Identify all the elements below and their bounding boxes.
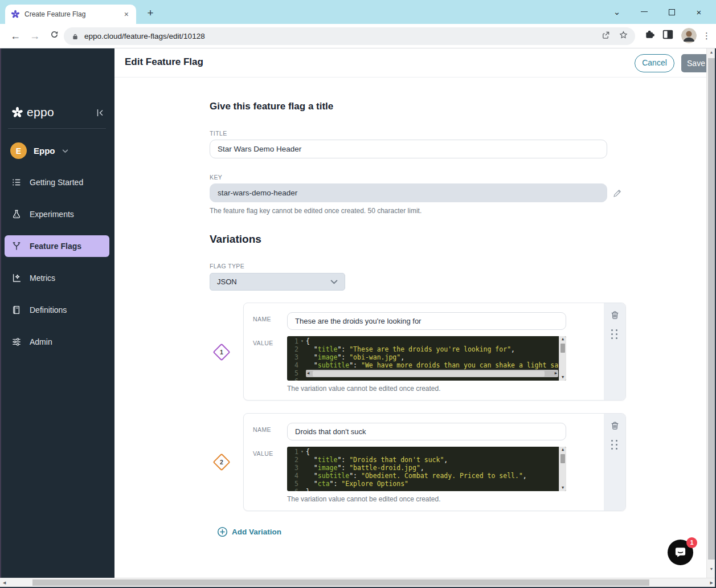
delete-variation-button[interactable] <box>609 310 620 322</box>
window-close-button[interactable]: × <box>692 7 706 17</box>
tab-close-icon[interactable]: × <box>122 10 130 19</box>
eppo-wordmark: eppo <box>27 105 54 119</box>
sidebar-item-feature-flags[interactable]: Feature Flags <box>5 235 109 257</box>
side-panel-button[interactable] <box>662 30 673 42</box>
scrollbar-thumb[interactable] <box>560 454 565 463</box>
browser-tab[interactable]: Create Feature Flag × <box>5 5 136 24</box>
sidebar-item-label: Definitions <box>30 305 67 315</box>
cancel-button[interactable]: Cancel <box>635 54 674 72</box>
trash-icon <box>609 420 620 431</box>
workspace-name: Eppo <box>34 146 55 156</box>
pencil-icon <box>612 188 623 198</box>
key-help-text: The feature flag key cannot be edited on… <box>210 207 422 215</box>
sidebar-item-label: Admin <box>30 337 52 346</box>
flag-type-label: FLAG TYPE <box>210 263 244 270</box>
tab-search-chevron-icon[interactable]: ⌄ <box>610 7 624 17</box>
back-button[interactable]: ← <box>8 28 23 43</box>
profile-avatar[interactable] <box>681 28 697 43</box>
workspace-avatar: E <box>10 142 27 159</box>
tab-title: Create Feature Flag <box>24 10 118 18</box>
sidebar-item-label: Feature Flags <box>30 242 81 251</box>
variation-card-2: NAME VALUE 1▾{2 "title": "Droids that do… <box>243 413 626 511</box>
code-line: 4 "subtitle": "We have more droids than … <box>287 361 566 369</box>
value-label: VALUE <box>253 450 273 457</box>
sidebar-item-label: Experiments <box>30 210 74 219</box>
code-line: 1▾{ <box>287 337 566 345</box>
eppo-flower-icon <box>11 107 23 119</box>
window-border <box>0 48 1 578</box>
eppo-favicon-icon <box>11 10 20 19</box>
new-tab-button[interactable]: + <box>144 6 157 20</box>
scrollbar-thumb[interactable] <box>560 344 565 353</box>
code-line: 6 <box>287 377 566 381</box>
share-icon <box>601 30 611 40</box>
share-button[interactable] <box>601 30 611 42</box>
title-input[interactable] <box>210 140 607 158</box>
variation-card-side-strip <box>604 303 625 400</box>
variation-2-name-input[interactable] <box>287 423 566 440</box>
chat-unread-badge: 1 <box>686 537 697 548</box>
url-text: eppo.cloud/feature-flags/edit/10128 <box>84 32 593 40</box>
chevron-down-icon <box>62 149 68 153</box>
star-icon <box>619 30 628 40</box>
page-horizontal-scrollbar[interactable]: ◀ ▶ <box>0 578 716 587</box>
checklist-icon <box>11 177 22 187</box>
scroll-left-arrow[interactable]: ◀ <box>3 581 6 585</box>
value-help-text: The variation value cannot be edited onc… <box>287 495 441 503</box>
browser-menu-button[interactable]: ⋮ <box>702 28 710 43</box>
add-variation-button[interactable]: Add Variation <box>217 526 281 537</box>
drag-handle[interactable] <box>611 440 617 450</box>
editor-vertical-scrollbar[interactable]: ▲▼ <box>559 447 566 491</box>
code-line: 1▾{ <box>287 448 566 456</box>
browser-titlebar: Create Feature Flag × + ⌄ × <box>0 0 716 24</box>
key-input <box>210 183 607 202</box>
scroll-right-arrow[interactable]: ▶ <box>710 581 713 585</box>
plus-circle-icon <box>217 526 228 537</box>
sidebar-item-label: Getting Started <box>30 178 83 187</box>
branch-split-icon <box>11 241 22 251</box>
eppo-logo[interactable]: eppo <box>11 105 54 119</box>
scrollbar-thumb[interactable] <box>32 579 649 586</box>
reload-button[interactable] <box>47 28 62 43</box>
variation-2-code-editor[interactable]: 1▾{2 "title": "Droids that don't suck",3… <box>287 447 566 491</box>
flask-icon <box>11 209 22 219</box>
app-sidebar: eppo E Eppo Getting Started <box>0 48 114 578</box>
bookmark-button[interactable] <box>619 30 628 42</box>
section-title: Give this feature flag a title <box>210 101 333 112</box>
code-line: 2 "title": "Droids that don't suck", <box>287 456 566 464</box>
editor-vertical-scrollbar[interactable]: ▲▼ <box>559 336 566 381</box>
sidebar-item-definitions[interactable]: Definitions <box>5 299 109 321</box>
sidebar-collapse-button[interactable] <box>95 107 106 121</box>
sidebar-item-admin[interactable]: Admin <box>5 331 109 353</box>
editor-horizontal-scrollbar[interactable]: ◀▶ <box>306 370 558 377</box>
drag-handle[interactable] <box>611 329 617 339</box>
sliders-icon <box>11 337 22 347</box>
page-header: Edit Feature Flag Cancel Save <box>114 48 706 77</box>
address-bar[interactable]: eppo.cloud/feature-flags/edit/10128 <box>64 27 635 45</box>
variation-2-badge: 2 <box>212 453 230 471</box>
extensions-button[interactable] <box>644 28 656 42</box>
side-panel-icon <box>662 30 673 39</box>
workspace-switcher[interactable]: E Eppo <box>10 142 68 159</box>
variation-card-side-strip <box>604 414 625 511</box>
forward-button[interactable]: → <box>27 28 42 43</box>
edit-key-button[interactable] <box>612 188 623 201</box>
metrics-chart-icon <box>11 273 22 283</box>
sidebar-item-metrics[interactable]: Metrics <box>5 267 109 289</box>
name-label: NAME <box>253 426 271 433</box>
scrollbar-thumb[interactable] <box>313 371 545 377</box>
window-minimize-button[interactable] <box>637 7 651 17</box>
variation-1-code-editor[interactable]: 1▾{2 "title": "These are the droids you'… <box>287 336 566 381</box>
scrollbar-thumb[interactable] <box>708 58 715 560</box>
page-title: Edit Feature Flag <box>125 56 203 68</box>
delete-variation-button[interactable] <box>609 420 620 433</box>
window-maximize-button[interactable] <box>665 7 678 17</box>
book-icon <box>11 305 22 315</box>
chevron-down-icon <box>330 279 338 284</box>
puzzle-icon <box>644 28 656 40</box>
sidebar-item-getting-started[interactable]: Getting Started <box>5 172 109 193</box>
sidebar-item-experiments[interactable]: Experiments <box>5 203 109 225</box>
flag-type-select[interactable]: JSON <box>210 273 345 291</box>
code-line: 5 "cta": "Explore Options" <box>287 480 566 488</box>
variation-1-name-input[interactable] <box>287 312 566 330</box>
